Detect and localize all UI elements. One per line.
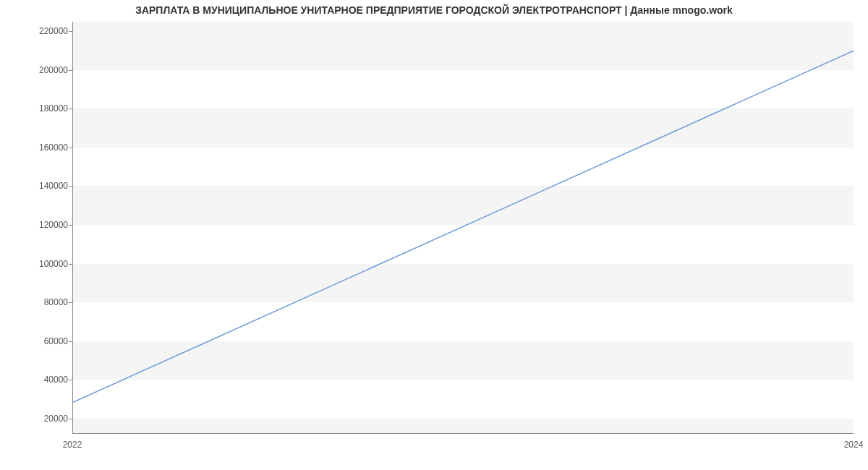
y-tick (69, 380, 73, 380)
y-tick (69, 264, 73, 265)
chart-container: ЗАРПЛАТА В МУНИЦИПАЛЬНОЕ УНИТАРНОЕ ПРЕДП… (0, 0, 868, 470)
y-tick-label: 140000 (25, 181, 68, 191)
y-tick (69, 31, 73, 32)
chart-title: ЗАРПЛАТА В МУНИЦИПАЛЬНОЕ УНИТАРНОЕ ПРЕДП… (0, 4, 868, 16)
y-tick (69, 419, 73, 419)
y-tick-label: 100000 (25, 259, 68, 269)
y-tick-label: 60000 (25, 336, 68, 346)
y-tick-label: 120000 (25, 220, 68, 230)
y-tick (69, 225, 73, 226)
y-tick (69, 341, 73, 342)
y-tick (69, 70, 73, 71)
y-tick (69, 148, 73, 148)
x-tick-label: 2024 (844, 440, 864, 450)
y-tick (69, 302, 73, 303)
y-tick (69, 108, 73, 109)
y-tick (69, 186, 73, 187)
y-tick-label: 20000 (25, 414, 68, 424)
y-tick-label: 80000 (25, 297, 68, 307)
series-line (73, 51, 854, 402)
y-tick-label: 220000 (25, 26, 68, 36)
y-tick-label: 40000 (25, 375, 68, 385)
x-tick-label: 2022 (63, 440, 82, 450)
line-layer (73, 22, 854, 433)
plot-area (72, 22, 854, 434)
y-tick-label: 160000 (25, 142, 68, 153)
y-tick-label: 180000 (25, 103, 68, 114)
y-tick-label: 200000 (25, 65, 68, 75)
